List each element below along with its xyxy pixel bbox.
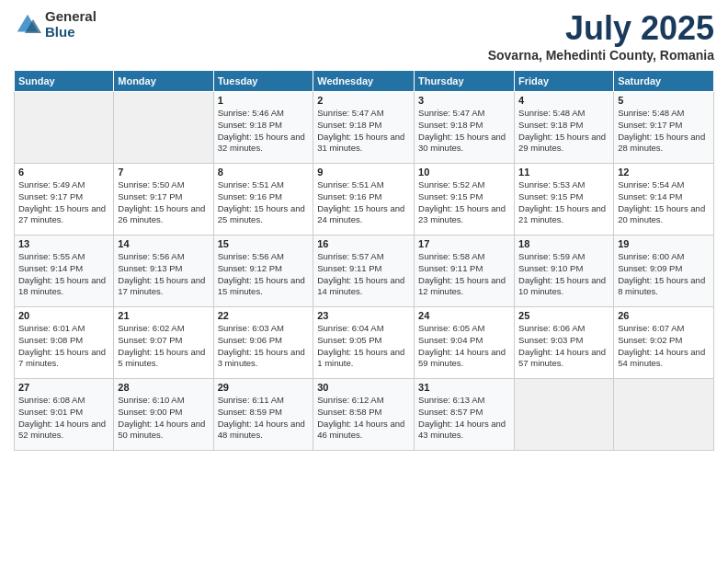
day-info: Sunrise: 5:50 AMSunset: 9:17 PMDaylight:…: [118, 179, 205, 224]
cell-2-5: 10Sunrise: 5:52 AMSunset: 9:15 PMDayligh…: [415, 164, 515, 236]
cell-2-6: 11Sunrise: 5:53 AMSunset: 9:15 PMDayligh…: [515, 164, 614, 236]
week-row-5: 27Sunrise: 6:08 AMSunset: 9:01 PMDayligh…: [15, 379, 714, 451]
day-info: Sunrise: 5:48 AMSunset: 9:18 PMDaylight:…: [518, 108, 606, 153]
cell-1-7: 5Sunrise: 5:48 AMSunset: 9:17 PMDaylight…: [614, 92, 714, 164]
col-saturday: Saturday: [614, 71, 714, 92]
day-info: Sunrise: 6:05 AMSunset: 9:04 PMDaylight:…: [418, 323, 506, 368]
cell-2-7: 12Sunrise: 5:54 AMSunset: 9:14 PMDayligh…: [614, 164, 714, 236]
day-info: Sunrise: 6:00 AMSunset: 9:09 PMDaylight:…: [618, 251, 705, 296]
cell-2-4: 9Sunrise: 5:51 AMSunset: 9:16 PMDaylight…: [313, 164, 415, 236]
day-number: 18: [518, 238, 609, 249]
cell-3-1: 13Sunrise: 5:55 AMSunset: 9:14 PMDayligh…: [15, 236, 114, 307]
cell-4-5: 24Sunrise: 6:05 AMSunset: 9:04 PMDayligh…: [415, 307, 515, 379]
day-number: 14: [118, 238, 209, 249]
cell-1-4: 2Sunrise: 5:47 AMSunset: 9:18 PMDaylight…: [313, 92, 415, 164]
day-info: Sunrise: 5:54 AMSunset: 9:14 PMDaylight:…: [618, 179, 705, 224]
cell-2-3: 8Sunrise: 5:51 AMSunset: 9:16 PMDaylight…: [213, 164, 313, 236]
day-number: 7: [118, 167, 209, 178]
cell-4-2: 21Sunrise: 6:02 AMSunset: 9:07 PMDayligh…: [114, 307, 213, 379]
day-info: Sunrise: 6:08 AMSunset: 9:01 PMDaylight:…: [18, 395, 106, 440]
col-sunday: Sunday: [15, 71, 114, 92]
col-friday: Friday: [515, 71, 614, 92]
day-number: 22: [218, 310, 310, 321]
day-info: Sunrise: 6:04 AMSunset: 9:05 PMDaylight:…: [317, 323, 404, 368]
day-number: 29: [218, 382, 310, 393]
cell-4-3: 22Sunrise: 6:03 AMSunset: 9:06 PMDayligh…: [213, 307, 313, 379]
day-number: 19: [618, 238, 710, 249]
day-number: 27: [18, 382, 109, 393]
week-row-3: 13Sunrise: 5:55 AMSunset: 9:14 PMDayligh…: [15, 236, 714, 307]
day-number: 4: [518, 95, 609, 106]
day-number: 24: [418, 310, 510, 321]
day-number: 16: [317, 238, 410, 249]
title-block: July 2025 Sovarna, Mehedinti County, Rom…: [488, 9, 714, 63]
week-row-4: 20Sunrise: 6:01 AMSunset: 9:08 PMDayligh…: [15, 307, 714, 379]
day-number: 31: [418, 382, 510, 393]
week-row-1: 1Sunrise: 5:46 AMSunset: 9:18 PMDaylight…: [15, 92, 714, 164]
col-monday: Monday: [114, 71, 213, 92]
day-info: Sunrise: 6:10 AMSunset: 9:00 PMDaylight:…: [118, 395, 205, 440]
day-info: Sunrise: 5:48 AMSunset: 9:17 PMDaylight:…: [618, 108, 705, 153]
cell-5-4: 30Sunrise: 6:12 AMSunset: 8:58 PMDayligh…: [313, 379, 415, 451]
day-number: 28: [118, 382, 209, 393]
day-info: Sunrise: 5:47 AMSunset: 9:18 PMDaylight:…: [317, 108, 404, 153]
day-info: Sunrise: 6:03 AMSunset: 9:06 PMDaylight:…: [218, 323, 305, 368]
cell-5-6: [515, 379, 614, 451]
main-title: July 2025: [488, 9, 714, 48]
cell-5-1: 27Sunrise: 6:08 AMSunset: 9:01 PMDayligh…: [15, 379, 114, 451]
day-info: Sunrise: 6:13 AMSunset: 8:57 PMDaylight:…: [418, 395, 506, 440]
logo: General Blue: [14, 9, 97, 40]
day-info: Sunrise: 5:51 AMSunset: 9:16 PMDaylight:…: [317, 179, 404, 224]
day-info: Sunrise: 5:46 AMSunset: 9:18 PMDaylight:…: [218, 108, 305, 153]
day-info: Sunrise: 6:07 AMSunset: 9:02 PMDaylight:…: [618, 323, 705, 368]
day-number: 21: [118, 310, 209, 321]
header-row: Sunday Monday Tuesday Wednesday Thursday…: [15, 71, 714, 92]
day-info: Sunrise: 5:52 AMSunset: 9:15 PMDaylight:…: [418, 179, 506, 224]
day-info: Sunrise: 5:53 AMSunset: 9:15 PMDaylight:…: [518, 179, 606, 224]
logo-text: General Blue: [45, 9, 97, 40]
logo-blue-text: Blue: [45, 25, 97, 40]
cell-1-2: [114, 92, 213, 164]
day-info: Sunrise: 5:56 AMSunset: 9:13 PMDaylight:…: [118, 251, 205, 296]
day-number: 8: [218, 167, 310, 178]
day-info: Sunrise: 6:02 AMSunset: 9:07 PMDaylight:…: [118, 323, 205, 368]
day-number: 13: [18, 238, 109, 249]
day-number: 10: [418, 167, 510, 178]
cell-1-6: 4Sunrise: 5:48 AMSunset: 9:18 PMDaylight…: [515, 92, 614, 164]
cell-2-2: 7Sunrise: 5:50 AMSunset: 9:17 PMDaylight…: [114, 164, 213, 236]
day-number: 9: [317, 167, 410, 178]
col-wednesday: Wednesday: [313, 71, 415, 92]
cell-1-3: 1Sunrise: 5:46 AMSunset: 9:18 PMDaylight…: [213, 92, 313, 164]
calendar-table: Sunday Monday Tuesday Wednesday Thursday…: [14, 70, 714, 451]
cell-4-6: 25Sunrise: 6:06 AMSunset: 9:03 PMDayligh…: [515, 307, 614, 379]
col-thursday: Thursday: [415, 71, 515, 92]
day-info: Sunrise: 6:01 AMSunset: 9:08 PMDaylight:…: [18, 323, 106, 368]
day-info: Sunrise: 5:47 AMSunset: 9:18 PMDaylight:…: [418, 108, 506, 153]
cell-4-1: 20Sunrise: 6:01 AMSunset: 9:08 PMDayligh…: [15, 307, 114, 379]
day-number: 2: [317, 95, 410, 106]
col-tuesday: Tuesday: [213, 71, 313, 92]
day-number: 30: [317, 382, 410, 393]
day-number: 5: [618, 95, 710, 106]
cell-3-4: 16Sunrise: 5:57 AMSunset: 9:11 PMDayligh…: [313, 236, 415, 307]
cell-3-3: 15Sunrise: 5:56 AMSunset: 9:12 PMDayligh…: [213, 236, 313, 307]
cell-3-7: 19Sunrise: 6:00 AMSunset: 9:09 PMDayligh…: [614, 236, 714, 307]
logo-icon: [14, 11, 41, 39]
day-number: 26: [618, 310, 710, 321]
day-number: 3: [418, 95, 510, 106]
cell-2-1: 6Sunrise: 5:49 AMSunset: 9:17 PMDaylight…: [15, 164, 114, 236]
cell-4-4: 23Sunrise: 6:04 AMSunset: 9:05 PMDayligh…: [313, 307, 415, 379]
day-info: Sunrise: 6:06 AMSunset: 9:03 PMDaylight:…: [518, 323, 606, 368]
day-info: Sunrise: 5:57 AMSunset: 9:11 PMDaylight:…: [317, 251, 404, 296]
day-info: Sunrise: 5:56 AMSunset: 9:12 PMDaylight:…: [218, 251, 305, 296]
cell-5-5: 31Sunrise: 6:13 AMSunset: 8:57 PMDayligh…: [415, 379, 515, 451]
cell-5-3: 29Sunrise: 6:11 AMSunset: 8:59 PMDayligh…: [213, 379, 313, 451]
cell-3-2: 14Sunrise: 5:56 AMSunset: 9:13 PMDayligh…: [114, 236, 213, 307]
cell-1-1: [15, 92, 114, 164]
cell-3-6: 18Sunrise: 5:59 AMSunset: 9:10 PMDayligh…: [515, 236, 614, 307]
day-number: 6: [18, 167, 109, 178]
logo-general-text: General: [45, 9, 97, 25]
day-info: Sunrise: 6:12 AMSunset: 8:58 PMDaylight:…: [317, 395, 404, 440]
day-info: Sunrise: 6:11 AMSunset: 8:59 PMDaylight:…: [218, 395, 305, 440]
cell-1-5: 3Sunrise: 5:47 AMSunset: 9:18 PMDaylight…: [415, 92, 515, 164]
